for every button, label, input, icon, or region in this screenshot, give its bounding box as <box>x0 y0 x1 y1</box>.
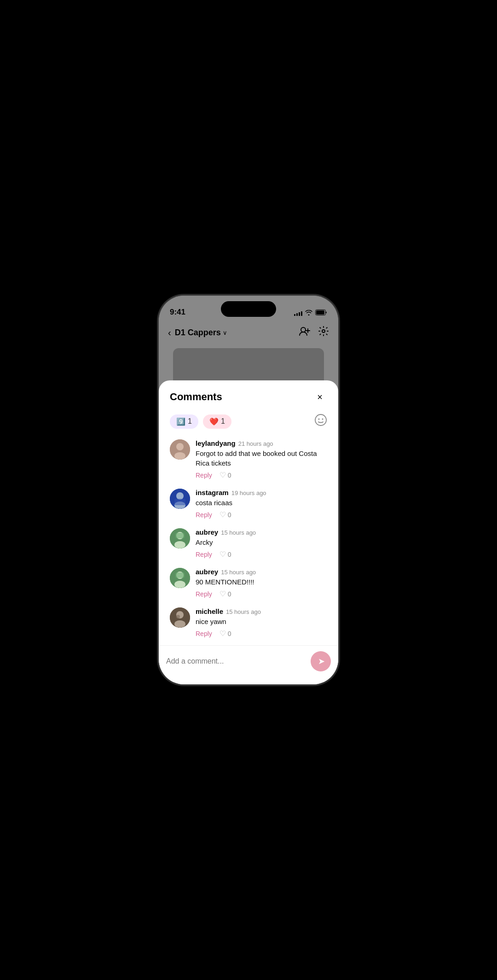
like-action[interactable]: ♡ 0 <box>220 471 231 479</box>
avatar <box>170 568 190 588</box>
chevron-down-icon: ∨ <box>223 329 227 336</box>
like-count: 0 <box>228 590 231 598</box>
comment-text: Forgot to add that we booked out Costa R… <box>196 449 327 468</box>
heart-icon: ♡ <box>220 550 226 559</box>
svg-rect-1 <box>316 310 324 315</box>
heart-count: 1 <box>221 417 225 426</box>
reply-button[interactable]: Reply <box>196 511 212 519</box>
like-count: 0 <box>228 551 231 558</box>
comment-time: 15 hours ago <box>221 569 256 576</box>
comments-sheet: Comments × 9️⃣ 1 ❤️ 1 <box>159 380 338 684</box>
header-left: ‹ D1 Cappers ∨ <box>168 327 227 338</box>
status-time: 9:41 <box>170 308 185 317</box>
settings-icon[interactable] <box>318 326 329 339</box>
status-icons <box>294 309 327 317</box>
avatar <box>170 489 190 509</box>
battery-icon <box>315 309 327 317</box>
close-button[interactable]: × <box>312 390 327 404</box>
comment-body: aubrey 15 hours ago 90 MENTIONED!!!! Rep… <box>196 568 327 598</box>
reply-button[interactable]: Reply <box>196 590 212 598</box>
phone-screen: 9:41 <box>159 296 338 684</box>
channel-title[interactable]: D1 Cappers ∨ <box>175 328 227 338</box>
like-action[interactable]: ♡ 0 <box>220 510 231 519</box>
comment-username: instagram <box>196 489 229 496</box>
comment-body: instagram 19 hours ago costa ricaas Repl… <box>196 489 327 519</box>
reactions-left: 9️⃣ 1 ❤️ 1 <box>170 414 231 429</box>
comment-username: leylandyang <box>196 439 236 447</box>
svg-rect-13 <box>174 499 185 505</box>
comment-time: 19 hours ago <box>231 490 266 496</box>
comment-meta: michelle 15 hours ago <box>196 607 327 615</box>
channel-name: D1 Cappers <box>175 328 221 338</box>
comment-username: aubrey <box>196 528 218 536</box>
avatar <box>170 607 190 628</box>
comment-item: michelle 15 hours ago nice yawn Reply ♡ … <box>170 603 327 642</box>
avatar <box>170 528 190 548</box>
comment-actions: Reply ♡ 0 <box>196 471 327 479</box>
app-header: ‹ D1 Cappers ∨ <box>159 321 338 344</box>
signal-icon <box>294 310 302 316</box>
comment-time: 21 hours ago <box>238 440 273 447</box>
comment-time: 15 hours ago <box>226 608 261 615</box>
comment-body: aubrey 15 hours ago Arcky Reply ♡ 0 <box>196 528 327 559</box>
like-action[interactable]: ♡ 0 <box>220 589 231 598</box>
add-person-icon[interactable] <box>299 326 311 339</box>
heart-icon: ♡ <box>220 589 226 598</box>
comment-text: costa ricaas <box>196 498 327 508</box>
reply-button[interactable]: Reply <box>196 472 212 479</box>
comment-item: aubrey 15 hours ago Arcky Reply ♡ 0 <box>170 524 327 563</box>
reaction-number-badge[interactable]: 9️⃣ 1 <box>170 414 198 429</box>
svg-rect-21 <box>175 572 185 578</box>
svg-point-4 <box>315 414 326 426</box>
svg-point-5 <box>318 419 320 420</box>
svg-point-8 <box>176 443 184 450</box>
like-action[interactable]: ♡ 0 <box>220 550 231 559</box>
svg-point-20 <box>174 581 185 588</box>
like-action[interactable]: ♡ 0 <box>220 629 231 638</box>
heart-icon: ♡ <box>220 471 226 479</box>
svg-point-24 <box>174 620 185 628</box>
svg-point-2 <box>301 327 306 332</box>
svg-point-6 <box>322 419 324 420</box>
dynamic-island <box>221 301 276 317</box>
reply-button[interactable]: Reply <box>196 630 212 637</box>
close-icon: × <box>317 392 323 402</box>
sheet-header: Comments × <box>159 380 338 410</box>
send-button[interactable]: ➤ <box>311 651 331 671</box>
comment-item: aubrey 15 hours ago 90 MENTIONED!!!! Rep… <box>170 563 327 603</box>
send-icon: ➤ <box>318 656 325 666</box>
number-count: 1 <box>188 417 192 426</box>
comment-text: Arcky <box>196 537 327 547</box>
like-count: 0 <box>228 472 231 479</box>
emoji-picker-button[interactable] <box>314 414 327 429</box>
comment-item: leylandyang 21 hours ago Forgot to add t… <box>170 435 327 484</box>
svg-point-25 <box>176 615 180 618</box>
svg-rect-17 <box>175 533 185 538</box>
like-count: 0 <box>228 630 231 637</box>
like-count: 0 <box>228 511 231 519</box>
comment-meta: instagram 19 hours ago <box>196 489 327 496</box>
comment-meta: leylandyang 21 hours ago <box>196 439 327 447</box>
comment-username: aubrey <box>196 568 218 576</box>
heart-icon: ♡ <box>220 629 226 638</box>
comment-item: instagram 19 hours ago costa ricaas Repl… <box>170 484 327 524</box>
comment-actions: Reply ♡ 0 <box>196 629 327 638</box>
wifi-icon <box>305 310 312 317</box>
heart-emoji: ❤️ <box>209 417 219 426</box>
heart-icon: ♡ <box>220 510 226 519</box>
back-button[interactable]: ‹ <box>168 327 171 338</box>
svg-point-16 <box>174 541 185 548</box>
comment-body: michelle 15 hours ago nice yawn Reply ♡ … <box>196 607 327 638</box>
comment-meta: aubrey 15 hours ago <box>196 568 327 576</box>
comment-body: leylandyang 21 hours ago Forgot to add t… <box>196 439 327 479</box>
reply-button[interactable]: Reply <box>196 551 212 558</box>
comment-item: markyaparky 15 hours ago <box>170 642 327 645</box>
header-right <box>299 326 329 339</box>
svg-point-11 <box>176 492 184 500</box>
number-emoji: 9️⃣ <box>176 417 185 426</box>
svg-point-3 <box>322 330 325 332</box>
comment-actions: Reply ♡ 0 <box>196 550 327 559</box>
comment-input-row: ➤ <box>159 645 338 684</box>
comment-input[interactable] <box>166 657 305 665</box>
reaction-heart-badge[interactable]: ❤️ 1 <box>203 414 231 429</box>
